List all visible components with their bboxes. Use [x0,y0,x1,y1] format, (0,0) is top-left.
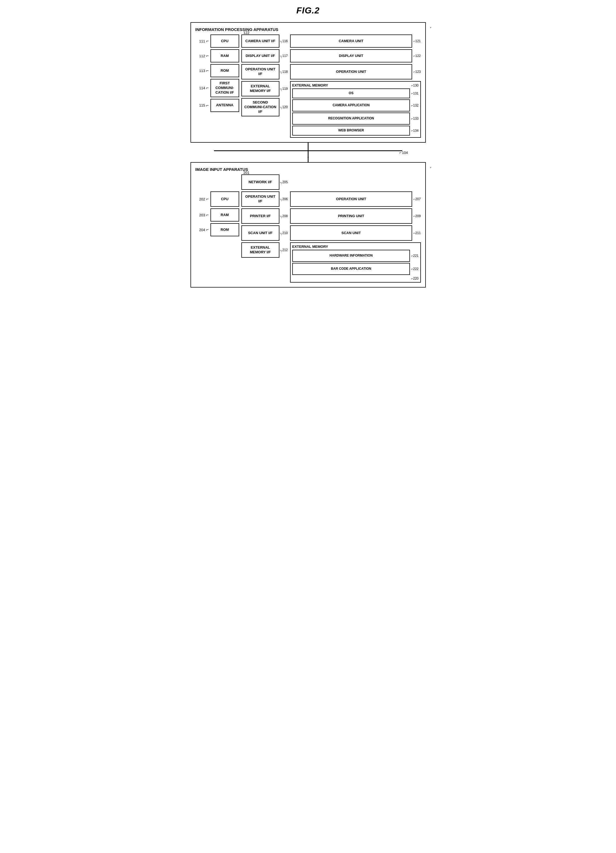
display-unit-row: DISPLAY UNIT ⌐122 [290,49,421,62]
iia-ref-label: ⌐102 [430,165,431,169]
second-comm-ref: ┐120 [280,105,288,109]
rom-bottom-tick: ⌐ [206,227,209,232]
cpu-bottom-ref: 202 [195,197,205,201]
image-input-apparatus: IMAGE INPUT APPARATUS 202 ⌐ CPU 203 ⌐ [191,162,426,287]
ext-mem-top-ref: ⌐130 [411,83,418,87]
ram-top-block: RAM [210,49,239,62]
barcode-app-ref: ⌐222 [411,267,418,271]
op-unit-bottom-block: OPERATION UNIT [290,191,412,207]
ram-tick: ⌐ [206,53,209,58]
antenna-block: ANTENNA [210,99,239,112]
ram-top-ref: 112 [195,54,205,58]
ext-mem-220-ref: ⌐220 [292,276,419,281]
network-if-row: NETWORK I/F ┐205 [241,175,288,190]
ram-bottom-ref: 203 [195,213,205,217]
camera-app-ref: ⌐132 [411,103,418,107]
bus-section: ⌐104 [191,143,426,158]
recog-app-ref: ⌐133 [411,117,418,120]
hw-info-ref: ⌐221 [411,254,418,258]
ram-bottom-tick: ⌐ [206,212,209,217]
hw-info-block: HARDWARE INFORMATION [292,250,410,262]
bottom-vert-connector [307,157,309,162]
camera-app-row: CAMERA APPLICATION ⌐132 [292,99,419,111]
camera-unit-ref: ⌐121 [413,39,421,43]
printer-if-row: PRINTER I/F ┐208 [241,208,288,224]
ipa-right-col: CAMERA UNIT ⌐121 DISPLAY UNIT ⌐122 OPERA… [290,35,421,138]
ext-mem-top-wrapper: EXTERNAL MEMORY ⌐130 OS ⌐131 CAMERA APPL… [290,81,421,138]
bottom-apparatus-wrapper: IMAGE INPUT APPARATUS 202 ⌐ CPU 203 ⌐ [191,158,426,287]
rom-top-block: ROM [210,64,239,77]
cpu-tick: ⌐ [206,39,209,44]
ram-top-row: 112 ⌐ RAM [195,49,239,62]
camera-unit-row: CAMERA UNIT ⌐121 [290,35,421,48]
iia-ref-tick: ⌐ [430,165,431,169]
ext-mem-top-label: EXTERNAL MEMORY [292,83,328,87]
figure-title: FIG.2 [297,6,319,16]
iia-middle-top-ref: 201 [244,171,250,175]
ipa-middle-col: 122 CAMERA UNIT I/F ┐116 DISPLAY UNIT I/… [241,35,288,138]
iia-left-col: 202 ⌐ CPU 203 ⌐ RAM 204 ⌐ ROM [195,175,239,282]
op-if-top-ref: ┐118 [280,70,288,74]
rom-bottom-ref: 204 [195,228,205,232]
right-spacer [290,175,421,190]
ipa-ref-label: ⌐101 [430,25,431,29]
iia-layout: 202 ⌐ CPU 203 ⌐ RAM 204 ⌐ ROM [195,175,421,282]
ipa-label: INFORMATION PROCESSING APPARATUS [195,27,421,32]
first-comm-tick: ⌐ [206,85,209,90]
information-processing-apparatus: INFORMATION PROCESSING APPARATUS 111 ⌐ C… [191,22,426,143]
rom-top-row: 113 ⌐ ROM [195,64,239,77]
antenna-ref: 115 [195,103,205,107]
network-if-block: NETWORK I/F [241,175,279,190]
hw-info-row: HARDWARE INFORMATION ⌐221 [292,250,419,262]
ext-mem-if-top-row: EXTERNAL MEMORY I/F ┐119 [241,81,288,96]
bus-ref-tick: ⌐ [399,150,401,155]
cpu-bottom-tick: ⌐ [206,197,209,202]
printing-unit-row: PRINTING UNIT ⌐209 [290,208,421,224]
rom-top-ref: 113 [195,69,205,73]
second-comm-block: SECOND COMMUNI-CATION I/F [241,98,279,116]
ext-mem-if-bottom-block: EXTERNAL MEMORY I/F [241,242,279,258]
iia-label: IMAGE INPUT APPARATUS [195,167,421,172]
web-browser-row: WEB BROWSER ⌐134 [292,126,419,135]
bus-ref-label: ⌐104 [399,150,408,155]
cpu-bottom-row: 202 ⌐ CPU [195,191,239,207]
display-unit-ref: ⌐122 [413,54,421,58]
ext-mem-if-top-block: EXTERNAL MEMORY I/F [241,81,279,96]
ipa-ref-tick: ⌐ [430,25,431,29]
ram-bottom-row: 203 ⌐ RAM [195,208,239,222]
os-ref: ⌐131 [411,91,418,95]
os-row: OS ⌐131 [292,88,419,98]
camera-unit-block: CAMERA UNIT [290,35,412,48]
op-unit-bottom-row: OPERATION UNIT ⌐207 [290,191,421,207]
diagram-container: INFORMATION PROCESSING APPARATUS 111 ⌐ C… [191,22,426,287]
ext-mem-bottom-header: EXTERNAL MEMORY [292,244,419,249]
ext-mem-if-bottom-row: EXTERNAL MEMORY I/F ┐212 [241,242,288,258]
ipa-layout: 111 ⌐ CPU 112 ⌐ RAM 113 ⌐ ROM [195,35,421,138]
ram-bottom-block: RAM [210,208,239,222]
cpu-top-ref: 111 [195,39,205,43]
second-comm-row: SECOND COMMUNI-CATION I/F ┐120 [241,98,288,116]
scan-if-row: SCAN UNIT I/F ┐210 [241,225,288,241]
rom-bottom-row: 204 ⌐ ROM [195,223,239,236]
op-if-bottom-row: OPERATION UNIT I/F ┐206 [241,191,288,207]
scan-if-block: SCAN UNIT I/F [241,225,279,241]
op-if-bottom-ref: ┐206 [280,197,288,201]
camera-if-block: CAMERA UNIT I/F [241,35,279,48]
rom-tick: ⌐ [206,68,209,73]
scan-if-ref: ┐210 [280,231,288,235]
barcode-app-block: BAR CODE APPLICATION [292,263,410,275]
op-unit-bottom-ref: ⌐207 [413,197,421,201]
ext-mem-if-top-ref: ┐119 [280,87,288,91]
ext-mem-bottom-box: EXTERNAL MEMORY HARDWARE INFORMATION ⌐22… [290,242,421,282]
network-if-ref: ┐205 [280,180,288,184]
left-spacer [195,175,239,190]
ext-mem-top-box: EXTERNAL MEMORY ⌐130 OS ⌐131 CAMERA APPL… [290,81,421,138]
ipa-left-col: 111 ⌐ CPU 112 ⌐ RAM 113 ⌐ ROM [195,35,239,138]
cpu-top-block: CPU [210,35,239,48]
op-if-bottom-block: OPERATION UNIT I/F [241,191,279,207]
barcode-app-row: BAR CODE APPLICATION ⌐222 [292,263,419,275]
scan-unit-row: SCAN UNIT ⌐211 [290,225,421,241]
recog-app-row: RECOGNITION APPLICATION ⌐133 [292,112,419,124]
camera-if-row: CAMERA UNIT I/F ┐116 [241,35,288,48]
printing-unit-ref: ⌐209 [413,214,421,218]
